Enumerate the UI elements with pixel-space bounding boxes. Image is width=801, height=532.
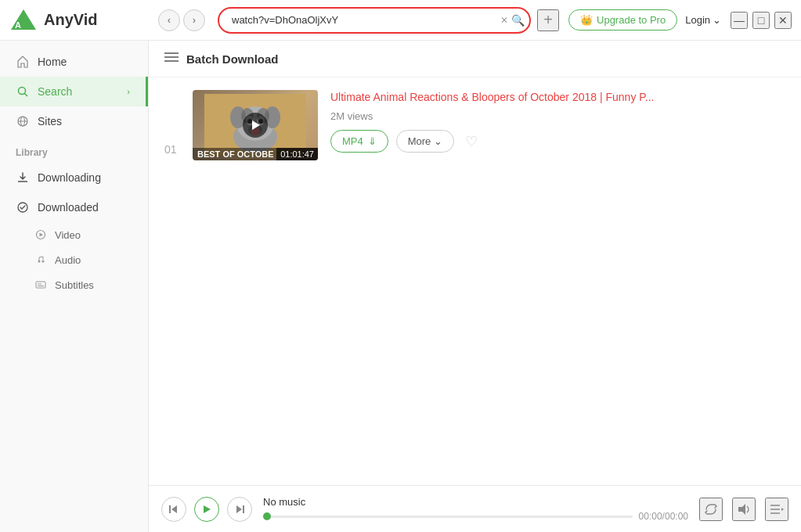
- svg-point-11: [42, 261, 45, 263]
- chevron-down-icon: ⌄: [713, 14, 721, 26]
- result-info: Ultimate Animal Reactions & Bloopers of …: [330, 90, 785, 153]
- result-item: 01: [164, 90, 785, 160]
- login-label: Login: [685, 14, 710, 26]
- repeat-button[interactable]: [699, 498, 723, 521]
- upgrade-label: Upgrade to Pro: [597, 14, 666, 26]
- sidebar-sub-item-subtitles[interactable]: Subtitles: [0, 272, 148, 297]
- volume-button[interactable]: [732, 498, 756, 521]
- download-icon: ⇓: [368, 135, 377, 147]
- download-icon: [16, 171, 30, 185]
- sidebar: Home Search › Sites Library Downloading: [0, 41, 149, 532]
- svg-rect-34: [243, 505, 244, 513]
- minimize-button[interactable]: —: [731, 12, 748, 29]
- duration-badge: 01:01:47: [276, 148, 318, 160]
- svg-marker-36: [738, 504, 745, 515]
- maximize-button[interactable]: □: [752, 12, 770, 29]
- player-right-controls: [699, 498, 788, 521]
- close-button[interactable]: ✕: [774, 12, 792, 29]
- login-button[interactable]: Login ⌄: [685, 14, 721, 26]
- sidebar-item-downloading[interactable]: Downloading: [0, 163, 148, 192]
- playlist-icon: [770, 502, 784, 516]
- nav-arrows: ‹ ›: [158, 9, 205, 31]
- logo-area: A AnyVid: [9, 6, 158, 34]
- main-layout: Home Search › Sites Library Downloading: [0, 41, 801, 532]
- more-label: More: [408, 135, 431, 147]
- subtitles-icon: [34, 279, 47, 291]
- music-icon: [34, 253, 47, 266]
- sidebar-item-downloaded-label: Downloaded: [38, 201, 99, 214]
- player-controls: [161, 497, 252, 522]
- result-views: 2M views: [330, 110, 785, 122]
- chevron-down-icon: ⌄: [434, 135, 442, 147]
- results-area: 01: [149, 77, 801, 485]
- play-pause-button[interactable]: [194, 497, 219, 522]
- next-button[interactable]: [227, 497, 252, 522]
- upgrade-button[interactable]: 👑 Upgrade to Pro: [568, 9, 677, 31]
- url-bar-actions: ✕ 🔍: [500, 14, 525, 27]
- forward-button[interactable]: ›: [183, 9, 205, 31]
- sidebar-item-home[interactable]: Home: [0, 47, 148, 77]
- volume-icon: [737, 502, 751, 516]
- home-icon: [16, 55, 30, 69]
- sidebar-sub-item-audio[interactable]: Audio: [0, 247, 148, 272]
- search-icon: [16, 84, 30, 99]
- mp4-label: MP4: [342, 135, 363, 147]
- app-logo-icon: A: [9, 6, 38, 34]
- sidebar-item-home-label: Home: [38, 56, 67, 68]
- svg-text:A: A: [15, 20, 21, 30]
- progress-dot: [263, 512, 271, 520]
- sidebar-item-downloading-label: Downloading: [38, 171, 101, 184]
- player-time: 00:00/00:00: [639, 511, 688, 522]
- result-number: 01: [164, 90, 180, 156]
- chevron-right-icon: ›: [127, 87, 130, 96]
- sidebar-item-search-label: Search: [38, 85, 72, 98]
- previous-button[interactable]: [161, 497, 186, 522]
- skip-forward-icon: [235, 505, 244, 514]
- play-button[interactable]: [243, 113, 268, 138]
- result-title[interactable]: Ultimate Animal Reactions & Bloopers of …: [330, 90, 785, 106]
- svg-point-8: [18, 203, 27, 212]
- player-progress: 00:00/00:00: [263, 511, 688, 522]
- mp4-download-button[interactable]: MP4 ⇓: [330, 130, 388, 153]
- url-clear-button[interactable]: ✕: [500, 15, 508, 26]
- url-bar-wrapper: ✕ 🔍: [218, 7, 531, 34]
- url-search-icon[interactable]: 🔍: [511, 14, 525, 27]
- more-button[interactable]: More ⌄: [396, 130, 455, 153]
- titlebar: A AnyVid ‹ › ✕ 🔍 + 👑 Upgrade to Pro Logi…: [0, 0, 801, 41]
- repeat-icon: [704, 502, 718, 516]
- svg-marker-33: [204, 505, 211, 513]
- player-info: No music 00:00/00:00: [263, 496, 688, 522]
- app-name: AnyVid: [44, 11, 98, 29]
- sidebar-sub-item-audio-label: Audio: [55, 254, 81, 266]
- window-controls: — □ ✕: [731, 12, 792, 29]
- sidebar-sub-item-video[interactable]: Video: [0, 222, 148, 247]
- sidebar-item-downloaded[interactable]: Downloaded: [0, 192, 148, 222]
- skip-back-icon: [169, 505, 179, 514]
- svg-line-3: [25, 94, 28, 97]
- favorite-button[interactable]: ♡: [462, 130, 481, 153]
- svg-marker-35: [236, 505, 242, 513]
- svg-rect-12: [36, 282, 45, 288]
- url-input[interactable]: [218, 7, 531, 34]
- add-tab-button[interactable]: +: [537, 9, 559, 31]
- svg-marker-32: [171, 505, 177, 513]
- back-button[interactable]: ‹: [158, 9, 180, 31]
- library-section-label: Library: [0, 136, 148, 163]
- globe-icon: [16, 114, 30, 128]
- video-thumbnail[interactable]: BEST OF OCTOBE 01:01:47: [193, 90, 318, 160]
- svg-rect-31: [169, 505, 171, 513]
- sidebar-item-search[interactable]: Search ›: [0, 77, 148, 106]
- content-area: Batch Download 01: [149, 41, 801, 532]
- player-bar: No music 00:00/00:00: [149, 485, 801, 532]
- svg-marker-40: [781, 508, 784, 511]
- sidebar-sub-item-video-label: Video: [55, 229, 81, 241]
- result-actions: MP4 ⇓ More ⌄ ♡: [330, 130, 785, 153]
- progress-bar[interactable]: [263, 516, 633, 518]
- check-circle-icon: [16, 200, 30, 214]
- sidebar-item-sites[interactable]: Sites: [0, 106, 148, 136]
- svg-point-2: [19, 88, 26, 95]
- player-title: No music: [263, 496, 688, 508]
- playlist-button[interactable]: [765, 498, 788, 521]
- sidebar-item-sites-label: Sites: [38, 115, 62, 128]
- batch-download-label: Batch Download: [186, 52, 279, 66]
